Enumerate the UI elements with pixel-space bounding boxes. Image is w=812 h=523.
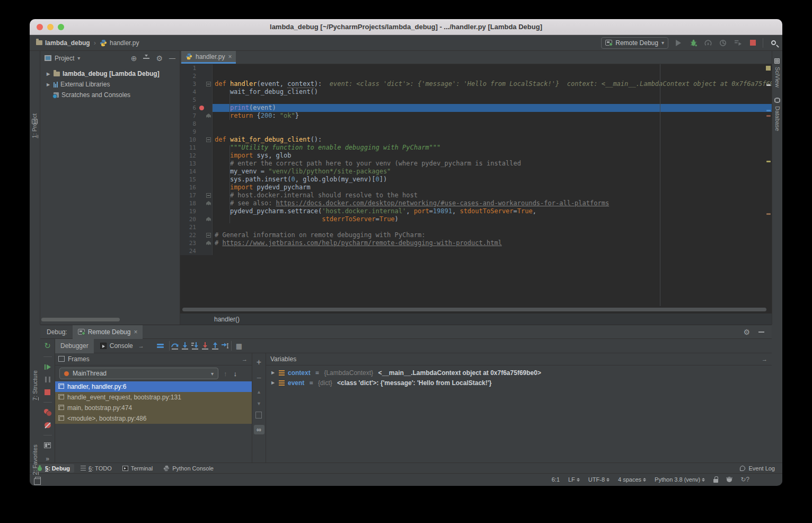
interpreter-selector[interactable]: Python 3.8 (venv) (655, 476, 705, 483)
gutter[interactable]: 1 (180, 64, 213, 72)
project-stripe-icon[interactable] (32, 119, 38, 124)
code-line[interactable]: 14 my_venv = "venv/lib/python*/site-pack… (180, 168, 772, 176)
code-line[interactable]: 10def wait_for_debug_client(): (180, 136, 772, 144)
breakpoint-gutter[interactable] (198, 88, 206, 96)
code-text[interactable]: # General information on remote debuggin… (213, 231, 772, 239)
code-line[interactable]: 12 import sys, glob (180, 152, 772, 160)
fold-marker[interactable] (206, 199, 212, 207)
stack-frame[interactable]: handler, handler.py:6 (55, 381, 252, 392)
code-line[interactable]: 2 (180, 72, 772, 80)
step-into-button[interactable] (181, 342, 190, 351)
fold-marker[interactable] (206, 231, 212, 239)
collapse-all-button[interactable] (143, 55, 149, 62)
editor-tab-handler[interactable]: handler.py × (181, 51, 236, 64)
gutter[interactable]: 11 (180, 144, 213, 152)
tree-item[interactable]: ▶External Libraries (40, 79, 180, 90)
toolwindow-todo[interactable]: 6: TODO (76, 464, 116, 473)
stop-button[interactable] (748, 38, 757, 48)
fold-marker[interactable] (206, 80, 212, 88)
caret-stripe-mark[interactable] (766, 84, 771, 86)
project-horizontal-scrollbar[interactable] (41, 318, 120, 321)
evaluate-expression-button[interactable]: ▦ (233, 342, 245, 350)
toolwindow-terminal[interactable]: Terminal (118, 464, 157, 473)
code-line[interactable]: 5 (180, 96, 772, 104)
execution-stripe-mark[interactable] (766, 110, 771, 111)
step-over-button[interactable] (171, 342, 180, 351)
variables-options-icon[interactable]: → (762, 356, 767, 362)
expand-icon[interactable]: ▶ (46, 72, 51, 76)
profile-button[interactable] (703, 38, 713, 48)
move-watch-down-button[interactable]: ▼ (257, 401, 261, 406)
database-icon[interactable] (774, 98, 780, 103)
breakpoint-gutter[interactable] (198, 128, 206, 136)
code-text[interactable] (213, 223, 772, 231)
gutter[interactable]: 3 (180, 80, 213, 88)
tab-console[interactable]: Console → (95, 339, 152, 353)
breakpoint-gutter[interactable] (198, 96, 206, 104)
code-text[interactable]: # https://www.jetbrains.com/help/pycharm… (213, 239, 772, 247)
pause-button[interactable] (45, 377, 50, 382)
breakpoint-gutter[interactable] (198, 223, 206, 231)
tab-debugger[interactable]: Debugger (55, 339, 94, 353)
code-line[interactable]: 15 sys.path.insert(0, glob.glob(my_venv)… (180, 176, 772, 184)
breakpoint-gutter[interactable] (198, 136, 206, 144)
gutter[interactable]: 16 (180, 184, 213, 191)
view-breakpoints-button[interactable] (44, 409, 51, 415)
encoding-selector[interactable]: UTF-8 (588, 476, 610, 483)
warning-stripe-mark[interactable] (766, 161, 771, 162)
code-text[interactable]: stderrToServer=True) (213, 215, 772, 223)
fold-marker[interactable] (206, 191, 212, 199)
breakpoint-gutter[interactable] (198, 72, 206, 80)
breakpoint-gutter[interactable] (198, 239, 206, 247)
variable-row[interactable]: ▶event = {dict} <class 'dict'>: {'messag… (266, 378, 772, 388)
code-text[interactable] (213, 64, 772, 72)
gutter[interactable]: 23 (180, 239, 213, 247)
code-text[interactable]: # enter the correct path here to your ve… (213, 160, 772, 168)
breakpoint-gutter[interactable] (198, 191, 206, 199)
frames-options-icon[interactable]: → (242, 356, 248, 362)
code-line[interactable]: 1 (180, 64, 772, 72)
gutter[interactable]: 5 (180, 96, 213, 104)
breakpoint-gutter[interactable] (198, 64, 206, 72)
breakpoint-gutter[interactable] (198, 176, 206, 184)
stack-frame[interactable]: handle_event_request, bootstrap.py:131 (55, 392, 252, 403)
code-text[interactable]: my_venv = "venv/lib/python*/site-package… (213, 168, 772, 176)
show-execution-point-button[interactable] (157, 343, 164, 348)
gutter[interactable]: 6 (180, 104, 213, 112)
error-stripe[interactable] (765, 64, 772, 306)
run-button[interactable] (674, 38, 683, 48)
gutter[interactable]: 22 (180, 231, 213, 239)
breakpoint-gutter[interactable] (198, 80, 206, 88)
breakpoint-gutter[interactable] (198, 160, 206, 168)
breakpoint-gutter[interactable] (198, 231, 206, 239)
code-text[interactable]: wait_for_debug_client() (213, 88, 772, 96)
event-log-button[interactable]: Event Log (748, 465, 775, 472)
hide-panel-button[interactable]: — (169, 55, 175, 62)
mute-breakpoints-button[interactable] (45, 422, 51, 428)
breakpoint-gutter[interactable] (198, 112, 206, 120)
breakpoint-gutter[interactable] (198, 207, 206, 215)
sciview-icon[interactable] (774, 58, 780, 64)
code-text[interactable]: # see also: https://docs.docker.com/desk… (213, 199, 772, 207)
stop-debug-button[interactable] (45, 389, 50, 395)
gutter[interactable]: 18 (180, 199, 213, 207)
line-ending-selector[interactable]: LF (568, 476, 580, 483)
breakpoint-gutter[interactable] (198, 120, 206, 128)
code-line[interactable]: 22# General information on remote debugg… (180, 231, 772, 239)
variable-row[interactable]: ▶context = {LambdaContext} <__main__.Lam… (266, 368, 772, 378)
run-to-cursor-button[interactable] (221, 342, 230, 351)
gutter[interactable]: 19 (180, 207, 213, 215)
gutter[interactable]: 9 (180, 128, 213, 136)
inspection-profile-icon[interactable] (727, 477, 732, 482)
run-with-coverage-button[interactable] (718, 38, 728, 48)
breakpoint-stripe-mark[interactable] (766, 115, 771, 117)
code-line[interactable]: 4 wait_for_debug_client() (180, 88, 772, 96)
toolwindow-toggle-icon[interactable] (35, 477, 41, 482)
remove-watch-button[interactable]: − (257, 373, 261, 383)
code-text[interactable]: sys.path.insert(0, glob.glob(my_venv)[0]… (213, 176, 772, 184)
code-line[interactable]: 19 pydevd_pycharm.settrace('host.docker.… (180, 207, 772, 215)
caret-position[interactable]: 6:1 (552, 476, 560, 483)
code-text[interactable] (213, 72, 772, 80)
rerun-button[interactable]: ↻ (44, 342, 51, 350)
code-text[interactable]: def handler(event, context): event: <cla… (213, 80, 772, 88)
